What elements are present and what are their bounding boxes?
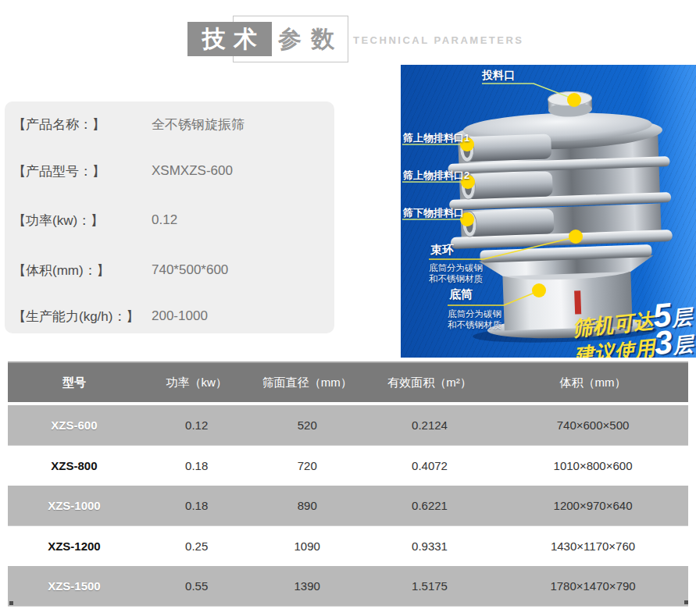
- cell-diameter: 720: [253, 459, 362, 472]
- cell-volume: 1200×970×640: [498, 499, 688, 512]
- cell-model: XZS-1200: [8, 539, 141, 553]
- note-line: 底筒分为碳钢: [448, 308, 501, 319]
- cell-area: 0.2124: [362, 418, 498, 432]
- cell-volume: 1780×1470×790: [498, 579, 688, 593]
- callout-oversize-outlet-1: 筛上物排料口1: [403, 131, 469, 145]
- callout-undersize-outlet: 筛下物排料口: [403, 206, 464, 220]
- cell-diameter: 1090: [253, 539, 362, 553]
- cell-area: 0.9331: [362, 539, 498, 553]
- cell-volume: 1430×1170×760: [498, 539, 688, 553]
- table-corner-mark-right: [684, 600, 688, 604]
- note-line: 和不锈钢材质: [448, 319, 501, 330]
- table-row: XZS-800 0.18 720 0.4072 1010×800×600: [8, 446, 688, 486]
- table-header-volume: 体积（mm）: [498, 376, 688, 390]
- slogan-text: 建议使用: [573, 336, 656, 358]
- cell-model: XZS-1500: [8, 579, 141, 593]
- spec-label: 【生产能力(kg/h)：】: [12, 308, 152, 326]
- spec-value: 740*500*600: [152, 262, 228, 278]
- spec-label: 【产品型号：】: [12, 162, 152, 180]
- table-body: XZS-600 0.12 520 0.2124 740×600×500 XZS-…: [8, 405, 688, 607]
- cell-area: 0.6221: [362, 499, 498, 512]
- spec-label: 【体积(mm)：】: [12, 262, 152, 280]
- spec-panel: 【产品名称：】 全不锈钢旋振筛 【产品型号：】 XSMXZS-600 【功率(k…: [5, 101, 334, 333]
- spec-row: 【产品名称：】 全不锈钢旋振筛: [12, 114, 328, 134]
- product-photo: 投料口 筛上物排料口1 筛上物排料口2 筛下物排料口 束环 底筒分为碳钢 和不锈…: [401, 65, 696, 358]
- spec-label: 【功率(kw)：】: [12, 212, 152, 230]
- table-row: XZS-600 0.12 520 0.2124 740×600×500: [8, 405, 688, 446]
- cell-model: XZS-1000: [8, 499, 141, 512]
- cell-diameter: 1390: [253, 579, 362, 593]
- slogan-number: 3: [652, 323, 674, 358]
- cell-power: 0.18: [141, 459, 253, 472]
- spec-value: XSMXZS-600: [152, 163, 233, 179]
- cell-model: XZS-600: [8, 418, 141, 432]
- table-header-diameter: 筛面直径（mm）: [253, 376, 362, 390]
- table-header-area: 有效面积（m²）: [362, 376, 498, 390]
- table-row: XZS-1200 0.25 1090 0.9331 1430×1170×760: [8, 526, 688, 566]
- spec-row: 【体积(mm)：】 740*500*600: [12, 260, 328, 280]
- cell-area: 0.4072: [362, 459, 498, 472]
- cell-power: 0.25: [141, 539, 253, 553]
- slogan-unit: 层: [671, 332, 694, 358]
- cell-power: 0.12: [141, 418, 253, 432]
- spec-row: 【功率(kw)：】 0.12: [12, 210, 328, 230]
- table-row: XZS-1000 0.18 890 0.6221 1200×970×640: [8, 486, 688, 526]
- callout-oversize-outlet-2: 筛上物排料口2: [403, 169, 469, 183]
- cell-diameter: 520: [253, 418, 362, 432]
- cell-diameter: 890: [253, 499, 362, 512]
- note-line: 底筒分为碳钢: [429, 262, 483, 273]
- table-header-model: 型号: [8, 376, 141, 390]
- callout-clamp-ring: 束环: [430, 243, 454, 258]
- spec-row: 【产品型号：】 XSMXZS-600: [12, 161, 328, 181]
- table-header-power: 功率（kw）: [141, 376, 253, 390]
- spec-value: 0.12: [152, 212, 177, 228]
- slogan-unit: 层: [670, 304, 693, 330]
- spec-label: 【产品名称：】: [12, 116, 152, 134]
- cell-power: 0.55: [141, 579, 253, 593]
- cell-volume: 740×600×500: [498, 418, 688, 432]
- section-subtitle: TECHNICAL PARAMETERS: [353, 34, 524, 46]
- callout-base-drum: 底筒: [449, 287, 473, 302]
- callout-feed-inlet: 投料口: [482, 69, 515, 83]
- section-title-primary-box: 技术: [187, 22, 272, 56]
- callout-base-drum-note: 底筒分为碳钢 和不锈钢材质: [448, 308, 501, 330]
- section-title-primary: 技术: [202, 23, 265, 55]
- cell-volume: 1010×800×600: [498, 459, 688, 472]
- cell-power: 0.18: [141, 499, 253, 512]
- cell-area: 1.5175: [362, 579, 498, 593]
- spec-row: 【生产能力(kg/h)：】 200-1000: [12, 306, 328, 326]
- note-line: 和不锈钢材质: [429, 273, 483, 284]
- callout-clamp-ring-note: 底筒分为碳钢 和不锈钢材质: [429, 262, 483, 284]
- spec-table: 型号 功率（kw） 筛面直径（mm） 有效面积（m²） 体积（mm） XZS-6…: [8, 361, 688, 607]
- table-corner-mark-left: [9, 601, 13, 605]
- spec-value: 200-1000: [152, 308, 208, 324]
- section-title-secondary: 参数: [278, 22, 344, 56]
- spec-value: 全不锈钢旋振筛: [152, 116, 244, 134]
- cell-model: XZS-800: [8, 459, 141, 472]
- table-row: XZS-1500 0.55 1390 1.5175 1780×1470×790: [8, 566, 688, 607]
- table-header-row: 型号 功率（kw） 筛面直径（mm） 有效面积（m²） 体积（mm）: [8, 361, 688, 402]
